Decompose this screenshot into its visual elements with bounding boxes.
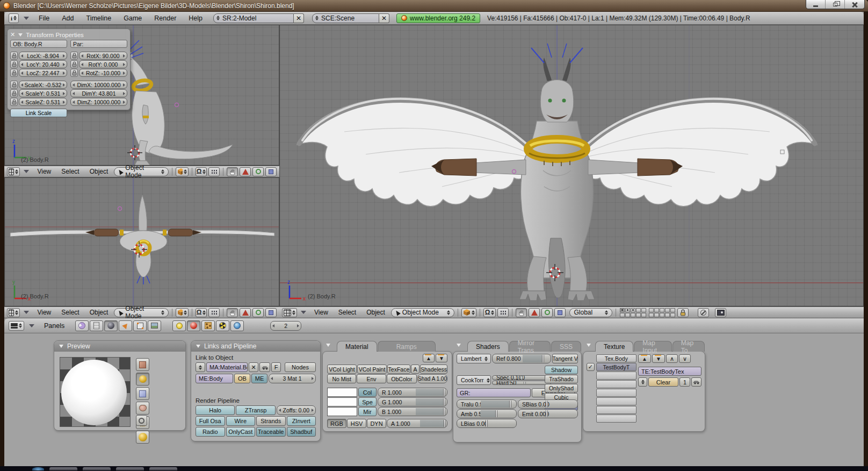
preview-cube-button[interactable] bbox=[136, 387, 149, 400]
pivot-align-button[interactable] bbox=[208, 308, 220, 317]
dimx-field[interactable]: DimX: 10000.000 bbox=[70, 81, 127, 89]
manipulator-scale-button[interactable] bbox=[265, 167, 277, 176]
rotz-field[interactable]: RotZ: -10.000 bbox=[79, 69, 127, 77]
ob-name-field[interactable]: OB: Body.R bbox=[10, 40, 67, 48]
ref-slider[interactable]: Ref 0.800 bbox=[492, 354, 551, 363]
menu-timeline[interactable]: Timeline bbox=[81, 15, 116, 22]
close-button[interactable] bbox=[845, 0, 864, 9]
vcol-light-toggle[interactable]: VCol Light bbox=[327, 365, 357, 374]
ztransp-toggle[interactable]: ZTransp bbox=[236, 405, 275, 415]
screen-selector[interactable]: SR:2-Model bbox=[213, 13, 294, 23]
viewport-menu-select[interactable]: Select bbox=[334, 309, 360, 316]
viewport-menu-object[interactable]: Object bbox=[85, 168, 113, 175]
manipulator-rotate-button[interactable] bbox=[252, 167, 264, 176]
zoffs-field[interactable]: Zoffs: 0.00 bbox=[277, 405, 316, 415]
gr-field[interactable]: GR: bbox=[457, 388, 531, 397]
manipulator-translate-button[interactable] bbox=[240, 308, 251, 317]
tangent-v-toggle[interactable]: Tangent V bbox=[552, 354, 578, 363]
locy-field[interactable]: LocY: 20.440 bbox=[19, 60, 67, 68]
editor-type-button[interactable] bbox=[9, 321, 24, 331]
me-toggle-button[interactable]: ME bbox=[251, 374, 267, 383]
minimize-button[interactable] bbox=[806, 0, 826, 9]
restore-button[interactable] bbox=[826, 0, 845, 9]
mode-dropdown[interactable]: Object Mode bbox=[114, 308, 169, 317]
mode-dropdown[interactable]: Object Mode bbox=[391, 308, 454, 317]
trashado-toggle[interactable]: TraShado bbox=[545, 375, 578, 383]
lock-icon[interactable] bbox=[70, 52, 78, 60]
draw-type-button[interactable] bbox=[176, 167, 189, 176]
preview-monkey-button[interactable] bbox=[136, 402, 149, 415]
material-index-field[interactable]: 3 Mat 1 bbox=[269, 374, 316, 383]
material-subcontext-button[interactable] bbox=[187, 320, 200, 331]
diffuse-shader-dropdown[interactable]: Lambert bbox=[457, 354, 491, 363]
manipulator-scale-button[interactable] bbox=[554, 308, 566, 317]
specular-shader-dropdown[interactable]: CookTorr bbox=[457, 375, 491, 385]
copy-material-button[interactable]: ▲ bbox=[423, 354, 435, 362]
amb-slider[interactable]: Amb 0.500 bbox=[457, 409, 517, 418]
ob-toggle-button[interactable]: OB bbox=[234, 374, 250, 383]
collapse-triangle-icon[interactable] bbox=[18, 33, 23, 37]
g-slider[interactable]: G 1.000 bbox=[378, 397, 447, 406]
vcol-paint-toggle[interactable]: VCol Paint bbox=[357, 365, 387, 374]
taskbar-button[interactable] bbox=[49, 467, 77, 470]
shad-a-field[interactable]: Shad A 1.00 bbox=[417, 374, 447, 383]
lock-icon[interactable] bbox=[10, 69, 18, 77]
taskbar-button[interactable] bbox=[149, 467, 177, 470]
preview-alpha-button[interactable] bbox=[136, 415, 147, 426]
texture-slot-empty[interactable] bbox=[596, 397, 636, 405]
radiosity-subcontext-button[interactable] bbox=[216, 320, 229, 331]
tab-map-to[interactable]: Map To bbox=[672, 341, 705, 352]
dimz-field[interactable]: DimZ: 10000.000 bbox=[70, 98, 127, 106]
radio-toggle[interactable]: Radio bbox=[196, 427, 225, 437]
lbias-slider[interactable]: LBias 0.00 bbox=[457, 419, 517, 428]
mir-radio[interactable]: Mir bbox=[358, 407, 377, 416]
scene-selector[interactable]: SCE:Scene bbox=[312, 13, 379, 23]
roty-field[interactable]: RotY: 0.000 bbox=[79, 60, 127, 68]
wire-toggle[interactable]: Wire bbox=[226, 416, 256, 426]
tab-material[interactable]: Material bbox=[337, 341, 377, 352]
col-radio[interactable]: Col bbox=[358, 388, 377, 397]
draw-type-button[interactable] bbox=[461, 308, 476, 317]
render-preview-button[interactable] bbox=[715, 308, 726, 317]
editing-context-button[interactable] bbox=[133, 320, 147, 331]
r-slider[interactable]: R 1.000 bbox=[378, 388, 447, 397]
locx-field[interactable]: LocX: -8.904 bbox=[19, 52, 67, 60]
paste-texture-button[interactable]: ▼ bbox=[652, 354, 665, 363]
lock-icon[interactable] bbox=[70, 60, 78, 68]
shadbuf-toggle[interactable]: Shadbuf bbox=[287, 427, 316, 437]
buttons-page-stepper[interactable]: 2 bbox=[270, 321, 301, 331]
env-toggle[interactable]: Env bbox=[357, 374, 386, 383]
manipulator-toggle-button[interactable] bbox=[516, 308, 527, 317]
lock-icon[interactable] bbox=[10, 98, 18, 106]
scalez-field[interactable]: ScaleZ: 0.531 bbox=[19, 98, 67, 106]
viewport-menu-view[interactable]: View bbox=[310, 309, 332, 316]
tab-sss[interactable]: SSS bbox=[551, 341, 581, 352]
preview-bigsphere-button[interactable] bbox=[136, 431, 149, 444]
editor-type-button[interactable] bbox=[282, 308, 297, 317]
lock-icon[interactable] bbox=[10, 81, 18, 89]
manipulator-rotate-button[interactable] bbox=[252, 308, 264, 317]
auto-name-button[interactable] bbox=[691, 377, 701, 387]
hsv-radio[interactable]: HSV bbox=[347, 419, 366, 428]
lock-icon[interactable] bbox=[10, 60, 18, 68]
texture-slot-empty[interactable] bbox=[596, 372, 636, 380]
lamp-subcontext-button[interactable] bbox=[172, 320, 186, 331]
tralu-slider[interactable]: Tralu 0.90 bbox=[457, 399, 517, 409]
hard-slider[interactable]: Hard:50 bbox=[492, 381, 551, 386]
pivot-button[interactable]: Ω bbox=[196, 167, 207, 176]
editor-type-button[interactable]: i bbox=[9, 13, 19, 23]
pivot-align-button[interactable] bbox=[208, 167, 220, 176]
draw-type-button[interactable] bbox=[176, 308, 189, 317]
texture-channel-enable[interactable]: ✓ bbox=[587, 363, 595, 371]
preview-sphere-button[interactable] bbox=[136, 373, 149, 386]
parent-field[interactable]: Par: bbox=[70, 40, 127, 48]
menu-game[interactable]: Game bbox=[119, 15, 147, 22]
material-browse-button[interactable] bbox=[196, 362, 205, 372]
tab-shaders[interactable]: Shaders bbox=[467, 341, 509, 352]
object-context-button[interactable] bbox=[119, 320, 132, 331]
manipulator-translate-button[interactable] bbox=[240, 167, 251, 176]
texture-browse-button[interactable] bbox=[638, 377, 647, 387]
no-mist-toggle[interactable]: No Mist bbox=[327, 374, 356, 383]
material-delete-button[interactable]: ✕ bbox=[249, 362, 258, 372]
obcolor-toggle[interactable]: ObColor bbox=[387, 374, 417, 383]
